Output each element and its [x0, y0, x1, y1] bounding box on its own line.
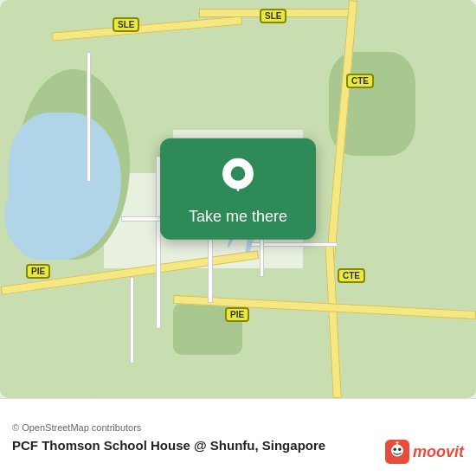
map-attribution: © OpenStreetMap contributors — [12, 422, 464, 433]
map-view: SLE SLE CTE CTE PIE PIE Take me there — [0, 0, 476, 398]
cte-badge-top: CTE — [346, 74, 374, 88]
take-me-there-button[interactable]: Take me there — [189, 208, 287, 226]
pie-badge-right: PIE — [225, 307, 249, 322]
location-pin-icon — [216, 156, 260, 199]
local-road-4 — [251, 242, 338, 247]
bottom-bar: © OpenStreetMap contributors PCF Thomson… — [0, 398, 476, 476]
moovit-label: moovit — [413, 443, 464, 461]
svg-point-4 — [393, 447, 396, 451]
local-road-7 — [87, 52, 91, 182]
sle-badge-left: SLE — [113, 17, 139, 32]
svg-point-1 — [231, 166, 246, 181]
pie-badge-left: PIE — [26, 264, 50, 279]
cte-badge-bottom: CTE — [338, 268, 365, 283]
water-body-2 — [4, 173, 91, 260]
svg-point-5 — [398, 447, 402, 451]
sle-badge-right: SLE — [260, 9, 286, 23]
local-road-6 — [130, 277, 134, 363]
popup-card[interactable]: Take me there — [160, 138, 316, 240]
moovit-logo: moovit — [385, 440, 464, 464]
moovit-icon — [385, 440, 409, 464]
